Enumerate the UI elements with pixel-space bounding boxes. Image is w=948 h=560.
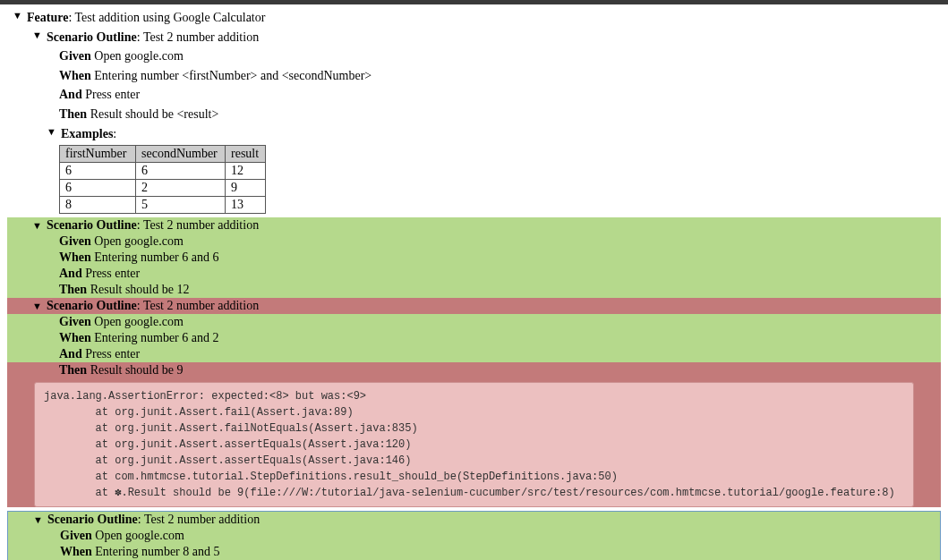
table-header-row: firstNumber secondNumber result: [60, 146, 266, 163]
step-given: Given Open google.com: [7, 314, 941, 330]
step-when: When Entering number 8 and 5: [8, 544, 940, 560]
error-stacktrace: java.lang.AssertionError: expected:<8> b…: [34, 382, 914, 507]
table-row: 8 5 13: [60, 197, 266, 214]
col-header: firstNumber: [60, 146, 136, 163]
step-when: When Entering number <firstNumber> and <…: [59, 66, 941, 86]
step-when: When Entering number 6 and 2: [7, 330, 941, 346]
examples-table: firstNumber secondNumber result 6 6 12 6…: [59, 145, 266, 214]
scenario-run-header[interactable]: ▼ Scenario Outline: Test 2 number additi…: [7, 298, 941, 314]
step-and: And Press enter: [7, 266, 941, 282]
scenario-run-pass: ▼ Scenario Outline: Test 2 number additi…: [7, 511, 941, 560]
step-given: Given Open google.com: [7, 233, 941, 250]
chevron-down-icon: ▼: [32, 220, 42, 231]
chevron-down-icon: ▼: [13, 9, 22, 22]
step-then-failed: Then Result should be 9: [7, 362, 941, 378]
scenario-outline-name: Test 2 number addition: [143, 30, 259, 44]
table-row: 6 6 12: [60, 163, 266, 180]
scenario-run-fail: ▼ Scenario Outline: Test 2 number additi…: [7, 298, 941, 507]
chevron-down-icon: ▼: [47, 125, 56, 139]
scenario-run-pass: ▼ Scenario Outline: Test 2 number additi…: [7, 217, 941, 298]
table-row: 6 2 9: [60, 180, 266, 197]
step-then: Then Result should be 12: [7, 282, 941, 298]
feature-keyword: Feature: [27, 11, 68, 24]
scenario-outline-header[interactable]: ▼ Scenario Outline: Test 2 number additi…: [32, 28, 941, 47]
scenario-run-header[interactable]: ▼ Scenario Outline: Test 2 number additi…: [8, 512, 940, 528]
step-when: When Entering number 6 and 6: [7, 250, 941, 266]
chevron-down-icon: ▼: [32, 301, 42, 311]
step-given: Given Open google.com: [8, 528, 940, 544]
feature-name: Test addition using Google Calculator: [75, 11, 266, 24]
chevron-down-icon: ▼: [32, 29, 42, 42]
step-then: Then Result should be <result>: [59, 105, 941, 124]
cucumber-report: ▼ Feature: Test addition using Google Ca…: [0, 4, 948, 560]
scenario-run-header[interactable]: ▼ Scenario Outline: Test 2 number additi…: [7, 217, 941, 233]
step-and: And Press enter: [59, 85, 941, 105]
examples-keyword: Examples: [61, 127, 113, 140]
step-and: And Press enter: [7, 346, 941, 362]
step-given: Given Open google.com: [59, 47, 941, 66]
chevron-down-icon: ▼: [33, 514, 43, 525]
col-header: secondNumber: [136, 146, 226, 163]
col-header: result: [226, 146, 266, 163]
examples-header[interactable]: ▼ Examples:: [47, 124, 941, 144]
scenario-outline-keyword: Scenario Outline: [47, 30, 137, 44]
feature-header[interactable]: ▼ Feature: Test addition using Google Ca…: [13, 8, 941, 28]
